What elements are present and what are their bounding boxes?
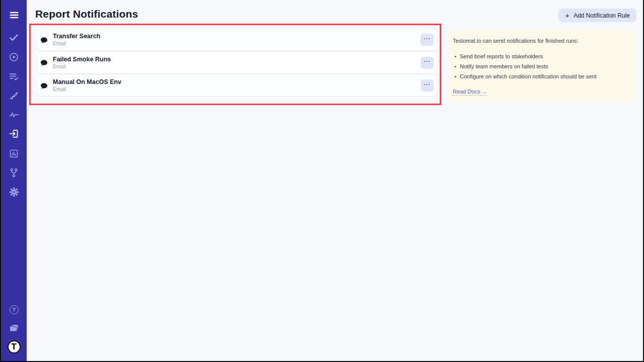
notification-rules-list: Transfer Search Email ··· Failed Smoke R… (37, 29, 438, 98)
info-bullet: Notify team members on failed tests (453, 63, 628, 70)
reports-chart-icon[interactable] (8, 147, 20, 159)
import-icon[interactable] (8, 128, 20, 140)
rule-channel: Email (53, 64, 111, 69)
rule-row-failed-smoke-runs[interactable]: Failed Smoke Runs Email ··· (37, 52, 438, 73)
plus-icon: + (565, 11, 570, 20)
app-window: ? T Report Notifications + Add Notificat… (1, 0, 643, 361)
milestones-stairs-icon[interactable] (8, 89, 20, 102)
menu-icon[interactable] (8, 9, 20, 21)
rule-name: Manual On MacOS Env (53, 79, 121, 85)
page-title: Report Notifications (35, 8, 138, 20)
rule-menu-button[interactable]: ··· (421, 57, 434, 69)
runs-play-icon[interactable] (8, 51, 20, 63)
info-intro-text: Testomat.io can send notifications for f… (453, 38, 628, 44)
projects-folder-icon[interactable] (8, 322, 20, 334)
help-glyph: ? (12, 307, 16, 313)
read-docs-link[interactable]: Read Docs → (453, 88, 487, 96)
rule-row-manual-on-macos-env[interactable]: Manual On MacOS Env Email ··· (37, 75, 438, 96)
tests-check-icon[interactable] (8, 31, 20, 43)
rule-name: Transfer Search (53, 33, 101, 40)
notifications-info-panel: Testomat.io can send notifications for f… (449, 30, 635, 102)
rule-row-transfer-search[interactable]: Transfer Search Email ··· (37, 29, 438, 50)
rule-name: Failed Smoke Runs (53, 56, 111, 63)
rule-channel: Email (53, 86, 121, 92)
help-icon[interactable]: ? (8, 304, 20, 316)
sidebar: ? T (1, 0, 27, 361)
chat-bubble-icon (40, 59, 48, 67)
branches-icon[interactable] (8, 166, 20, 178)
info-bullet: Configure on which condition notificatio… (453, 73, 628, 80)
chat-bubble-icon (40, 82, 48, 90)
rule-menu-button[interactable]: ··· (421, 34, 434, 46)
add-notification-rule-button[interactable]: + Add Notification Rule (558, 9, 636, 22)
info-bullet: Send brief reports to stakeholders (453, 53, 628, 60)
test-plans-list-icon[interactable] (8, 70, 20, 82)
chat-bubble-icon (40, 36, 48, 45)
add-rule-button-label: Add Notification Rule (574, 12, 630, 19)
rule-menu-button[interactable]: ··· (421, 79, 434, 92)
rule-channel: Email (53, 41, 101, 46)
settings-gear-icon[interactable] (8, 186, 20, 198)
testomatio-logo[interactable]: T (7, 340, 21, 354)
info-bullet-list: Send brief reports to stakeholders Notif… (453, 53, 628, 80)
logo-glyph: T (11, 343, 16, 351)
analytics-pulse-icon[interactable] (8, 109, 20, 121)
